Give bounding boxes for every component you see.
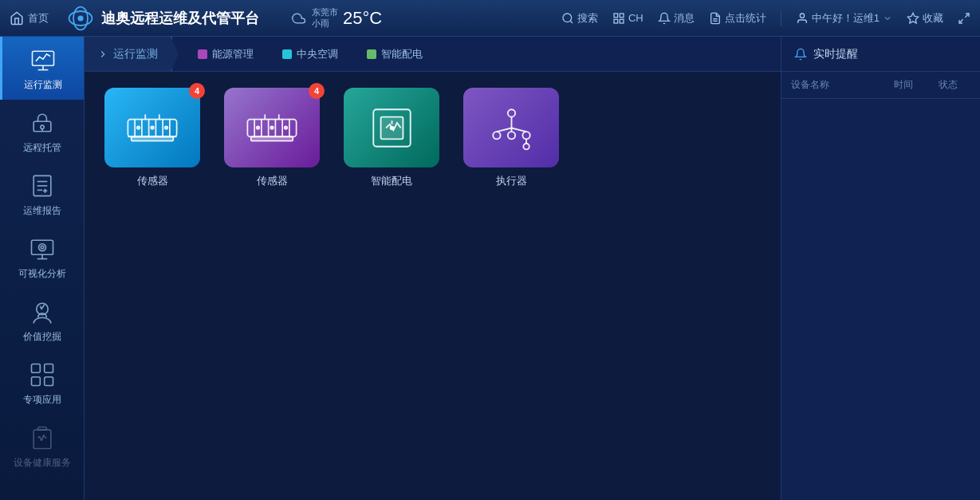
search-action[interactable]: 搜索 — [561, 11, 598, 26]
svg-point-83 — [523, 144, 529, 149]
svg-point-77 — [507, 132, 514, 139]
tab-label-power: 智能配电 — [381, 47, 423, 61]
svg-point-28 — [38, 244, 45, 251]
sidebar-label-remote-hosting: 远程托管 — [23, 141, 61, 155]
weather-icon — [291, 10, 307, 26]
device-card-icon-actuator — [463, 88, 559, 167]
device-grid: 4 — [85, 72, 781, 204]
svg-point-53 — [137, 126, 140, 129]
sidebar-item-device-health[interactable]: 设备健康服务 — [0, 415, 84, 478]
sidebar-label-value-mining: 价值挖掘 — [23, 330, 61, 344]
search-icon — [561, 12, 574, 25]
remote-hosting-icon — [27, 108, 57, 138]
temperature: 25°C — [343, 8, 382, 29]
svg-point-66 — [257, 126, 260, 129]
main-header: 首页 迪奥远程运维及代管平台 东莞市 小雨 25°C 搜索 — [0, 0, 980, 37]
message-action[interactable]: 消息 — [658, 11, 695, 26]
svg-point-2 — [77, 15, 83, 21]
fullscreen-icon — [958, 12, 970, 25]
favorite-action[interactable]: 收藏 — [907, 11, 943, 26]
bell-icon — [658, 12, 671, 25]
device-card-actuator[interactable]: 执行器 — [459, 88, 563, 188]
breadcrumb-section: 运行监测 — [85, 37, 172, 71]
sidebar-item-maintenance-report[interactable]: 运维报告 — [0, 163, 84, 226]
maintenance-report-icon — [27, 171, 57, 201]
svg-rect-35 — [31, 377, 40, 386]
search-label: 搜索 — [577, 11, 598, 26]
stats-label: 点击统计 — [725, 11, 766, 26]
special-apps-icon — [27, 360, 57, 390]
svg-line-41 — [41, 435, 44, 440]
home-icon — [10, 11, 24, 26]
fullscreen-action[interactable] — [958, 12, 970, 25]
content-area: 运行监测 能源管理 中央空调 智能配电 — [85, 37, 781, 500]
device-badge-sensor1: 4 — [189, 83, 205, 99]
operation-monitor-icon — [28, 45, 58, 75]
svg-rect-52 — [132, 136, 174, 140]
logo-area: 迪奥远程运维及代管平台 — [66, 4, 259, 33]
device-card-sensor2[interactable]: 4 — [220, 88, 324, 188]
svg-point-55 — [165, 126, 168, 129]
svg-rect-36 — [44, 377, 53, 386]
svg-line-4 — [570, 21, 573, 23]
svg-point-29 — [41, 246, 44, 249]
svg-point-78 — [522, 132, 529, 139]
svg-rect-6 — [620, 14, 624, 18]
user-label: 中午好！运维1 — [812, 11, 880, 26]
svg-rect-8 — [620, 19, 624, 23]
sidebar: 运行监测 远程托管 — [0, 37, 85, 500]
svg-rect-65 — [251, 136, 293, 140]
svg-line-80 — [496, 128, 511, 132]
sidebar-item-special-apps[interactable]: 专项应用 — [0, 352, 84, 415]
header-actions: 搜索 CH 消息 点击统计 — [561, 10, 970, 26]
stats-icon — [709, 12, 722, 25]
user-menu[interactable]: 中午好！运维1 — [796, 11, 892, 26]
breadcrumb-arrow-icon — [97, 49, 108, 60]
device-card-sensor1[interactable]: 4 — [100, 88, 204, 188]
sidebar-item-value-mining[interactable]: 价值挖掘 — [0, 289, 84, 352]
svg-point-19 — [40, 125, 44, 129]
user-icon — [796, 12, 809, 25]
sidebar-item-remote-hosting[interactable]: 远程托管 — [0, 100, 84, 163]
logo-icon — [66, 4, 95, 33]
device-card-icon-smart-power — [344, 88, 439, 167]
device-badge-sensor2: 4 — [309, 83, 325, 99]
tab-dot-ac — [282, 49, 292, 59]
svg-line-42 — [43, 435, 45, 438]
weather-location: 东莞市 — [312, 7, 338, 18]
main-layout: 运行监测 远程托管 — [0, 37, 980, 500]
visual-analysis-icon — [27, 234, 57, 264]
svg-line-82 — [511, 128, 526, 132]
sidebar-label-operation-monitor: 运行监测 — [24, 78, 62, 92]
star-icon — [907, 12, 919, 25]
tab-central-ac[interactable]: 中央空调 — [273, 44, 348, 65]
tab-energy-mgmt[interactable]: 能源管理 — [188, 44, 263, 65]
tab-smart-power[interactable]: 智能配电 — [357, 44, 432, 65]
sidebar-label-device-health: 设备健康服务 — [14, 456, 71, 470]
svg-line-14 — [959, 19, 963, 23]
col-status: 状态 — [926, 78, 970, 92]
sidebar-item-visual-analysis[interactable]: 可视化分析 — [0, 226, 84, 289]
content-header: 运行监测 能源管理 中央空调 智能配电 — [85, 37, 781, 72]
device-name-smart-power: 智能配电 — [371, 174, 412, 188]
device-card-smart-power[interactable]: 智能配电 — [340, 88, 443, 188]
svg-rect-7 — [614, 19, 618, 23]
right-panel-title: 实时提醒 — [813, 47, 858, 61]
sensor-icon-2 — [244, 106, 300, 150]
message-label: 消息 — [674, 11, 695, 26]
app-title: 迪奥远程运维及代管平台 — [101, 9, 259, 28]
sidebar-item-operation-monitor[interactable]: 运行监测 — [0, 37, 84, 100]
home-label: 首页 — [28, 11, 49, 26]
stats-action[interactable]: 点击统计 — [709, 11, 766, 26]
sensor-icon-1 — [124, 106, 180, 150]
tab-label-energy: 能源管理 — [212, 47, 254, 61]
header-divider — [781, 10, 781, 26]
value-mining-icon — [27, 297, 57, 327]
svg-marker-12 — [907, 13, 918, 23]
home-nav[interactable]: 首页 — [10, 11, 49, 26]
ch-label: CH — [628, 12, 643, 24]
weather-desc: 小雨 — [312, 18, 338, 29]
sidebar-label-visual-analysis: 可视化分析 — [18, 267, 66, 281]
svg-point-67 — [270, 126, 274, 129]
ch-action[interactable]: CH — [612, 12, 643, 25]
